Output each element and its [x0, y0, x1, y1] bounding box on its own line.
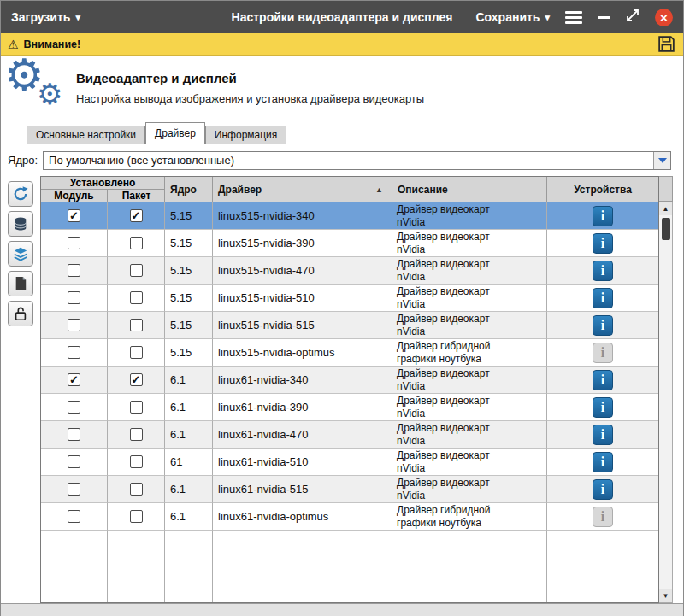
table-row[interactable]: 6.1 linux61-nvidia-515 Драйвер видеокарт…	[41, 476, 658, 503]
column-header-description[interactable]: Описание	[392, 177, 547, 202]
chevron-down-icon	[658, 158, 667, 163]
package-checkbox[interactable]	[130, 264, 143, 277]
device-info-button[interactable]	[593, 288, 613, 308]
module-checkbox[interactable]	[68, 209, 80, 222]
column-header-driver[interactable]: Драйвер ▲	[213, 177, 392, 202]
module-checkbox[interactable]	[68, 510, 80, 523]
package-checkbox[interactable]	[130, 209, 143, 222]
package-checkbox[interactable]	[130, 373, 143, 386]
module-checkbox[interactable]	[68, 237, 80, 249]
expand-icon	[626, 9, 640, 22]
kernel-cell: 6.1	[165, 503, 213, 531]
kernel-cell: 6.1	[165, 421, 213, 449]
driver-cell: linux61-nvidia-470	[213, 421, 392, 449]
close-button[interactable]: ×	[655, 9, 673, 26]
table-row[interactable]: 5.15 linux515-nvidia-390 Драйвер видеока…	[41, 230, 658, 257]
kernel-select-arrow-button[interactable]	[653, 152, 670, 169]
kernel-cell: 5.15	[165, 257, 213, 285]
file-icon	[14, 276, 27, 291]
device-info-button[interactable]	[593, 370, 613, 390]
description-cell: Драйвер видеокарт nVidia	[397, 477, 501, 502]
kernel-cell: 6.1	[165, 367, 213, 394]
package-checkbox[interactable]	[130, 483, 143, 496]
module-checkbox[interactable]	[68, 346, 80, 359]
maximize-button[interactable]	[626, 9, 640, 26]
kernel-cell: 5.15	[165, 339, 213, 367]
device-info-button[interactable]	[593, 452, 613, 472]
log-button[interactable]	[8, 271, 33, 296]
device-info-button[interactable]	[593, 261, 613, 281]
table-row[interactable]: 5.15 linux515-nvidia-340 Драйвер видеока…	[41, 202, 658, 230]
minimize-icon	[598, 16, 610, 19]
menu-icon[interactable]	[565, 11, 582, 24]
table-row[interactable]: 6.1 linux61-nvidia-390 Драйвер видеокарт…	[41, 394, 658, 421]
device-info-button[interactable]	[593, 233, 613, 254]
tab-driver[interactable]: Драйвер	[145, 122, 205, 144]
column-header-installed[interactable]: Установлено Модуль Пакет	[41, 177, 165, 202]
load-button[interactable]: Загрузить ▾	[11, 10, 80, 24]
module-checkbox[interactable]	[68, 401, 80, 414]
kernel-select-label: Ядро:	[8, 154, 38, 167]
table-row[interactable]: 61 linux61-nvidia-510 Драйвер видеокарт …	[41, 449, 658, 476]
package-checkbox[interactable]	[130, 319, 143, 331]
package-checkbox[interactable]	[130, 455, 143, 468]
kernel-cell: 6.1	[165, 476, 213, 503]
save-button[interactable]: Сохранить ▾	[476, 10, 551, 24]
kernel-select[interactable]: По умолчанию (все установленные)	[43, 151, 671, 170]
module-checkbox[interactable]	[68, 428, 80, 441]
page-title: Видеоадаптер и дисплей	[76, 71, 424, 85]
module-checkbox[interactable]	[68, 264, 80, 277]
driver-table: Установлено Модуль Пакет Ядро Драйвер ▲ …	[40, 176, 673, 603]
quick-save-button[interactable]	[657, 34, 676, 54]
table-row[interactable]: 5.15 linux515-nvidia-optimus Драйвер гиб…	[41, 339, 658, 367]
module-checkbox[interactable]	[68, 483, 80, 496]
module-checkbox[interactable]	[68, 291, 80, 304]
scroll-down-button[interactable]: ▼	[659, 589, 672, 602]
column-header-module[interactable]: Модуль	[41, 190, 108, 202]
unlock-button[interactable]	[8, 301, 33, 326]
layers-button[interactable]	[8, 241, 33, 267]
tab-basic-settings[interactable]: Основные настройки	[27, 126, 145, 144]
device-info-button[interactable]	[593, 397, 613, 418]
device-info-button[interactable]	[593, 425, 613, 445]
vertical-scrollbar[interactable]: ▲ ▼	[659, 202, 673, 603]
sort-ascending-icon: ▲	[375, 185, 383, 194]
column-header-package[interactable]: Пакет	[108, 190, 165, 202]
package-checkbox[interactable]	[130, 428, 143, 441]
app-header: ⚙ ⚙ Видеоадаптер и дисплей Настройка выв…	[1, 56, 683, 120]
package-checkbox[interactable]	[130, 401, 143, 414]
gears-icon: ⚙ ⚙	[1, 58, 76, 118]
refresh-button[interactable]	[8, 181, 33, 207]
device-info-button[interactable]	[593, 315, 613, 336]
layers-icon	[13, 246, 28, 261]
module-checkbox[interactable]	[68, 455, 80, 468]
warning-bar: ⚠ Внимание!	[1, 33, 683, 56]
load-button-label: Загрузить	[11, 10, 70, 24]
table-row[interactable]: 6.1 linux61-nvidia-340 Драйвер видеокарт…	[41, 367, 658, 394]
package-checkbox[interactable]	[130, 346, 143, 359]
package-checkbox[interactable]	[130, 510, 143, 523]
package-checkbox[interactable]	[130, 291, 143, 304]
table-row[interactable]: 5.15 linux515-nvidia-510 Драйвер видеока…	[41, 285, 658, 312]
driver-cell: linux61-nvidia-390	[213, 394, 392, 421]
window-bottom-edge	[1, 603, 683, 616]
package-checkbox[interactable]	[130, 237, 143, 249]
module-checkbox[interactable]	[68, 373, 80, 386]
table-row[interactable]: 6.1 linux61-nvidia-470 Драйвер видеокарт…	[41, 421, 658, 449]
description-cell: Драйвер видеокарт nVidia	[397, 258, 501, 283]
device-info-button[interactable]	[593, 206, 613, 226]
device-info-button[interactable]	[593, 507, 613, 527]
scrollbar-thumb[interactable]	[662, 218, 670, 240]
table-row[interactable]: 6.1 linux61-nvidia-optimus Драйвер гибри…	[41, 503, 658, 531]
scroll-up-button[interactable]: ▲	[659, 202, 672, 215]
device-info-button[interactable]	[593, 343, 613, 363]
packages-button[interactable]	[8, 211, 33, 237]
table-row[interactable]: 5.15 linux515-nvidia-470 Драйвер видеока…	[41, 257, 658, 285]
column-header-kernel[interactable]: Ядро	[165, 177, 213, 202]
minimize-button[interactable]	[598, 16, 610, 19]
column-header-devices[interactable]: Устройства	[547, 177, 658, 202]
module-checkbox[interactable]	[68, 319, 80, 331]
tab-information[interactable]: Информация	[205, 126, 286, 144]
device-info-button[interactable]	[593, 479, 613, 500]
table-row[interactable]: 5.15 linux515-nvidia-515 Драйвер видеока…	[41, 312, 658, 339]
